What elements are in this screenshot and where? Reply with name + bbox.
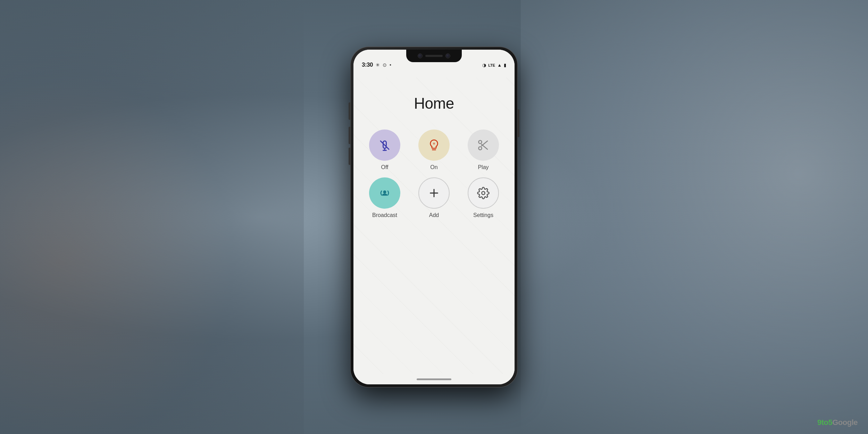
phone-wrapper: 3:30 ✳ ⊙ • ◑ LTE ▲ ▮ Home: [351, 47, 517, 387]
settings-button[interactable]: [468, 177, 499, 209]
phone-outer: 3:30 ✳ ⊙ • ◑ LTE ▲ ▮ Home: [351, 47, 517, 387]
add-button[interactable]: [418, 177, 450, 209]
on-label: On: [430, 164, 437, 170]
grid-item-add[interactable]: Add: [411, 177, 457, 218]
svg-point-8: [383, 191, 386, 194]
watermark-colored: 9to5: [817, 418, 832, 427]
broadcast-label: Broadcast: [372, 212, 397, 218]
page-title: Home: [414, 95, 454, 112]
home-indicator[interactable]: [417, 378, 451, 380]
asterisk-icon: ✳: [376, 62, 380, 68]
svg-point-4: [479, 141, 482, 144]
grid-item-off[interactable]: Off: [362, 130, 408, 170]
status-bar: 3:30 ✳ ⊙ • ◑ LTE ▲ ▮: [353, 50, 515, 77]
svg-point-11: [482, 192, 485, 195]
bg-blur-left: [0, 0, 304, 434]
grid-container: Off On: [362, 130, 506, 218]
lightbulb-icon: [428, 139, 440, 151]
speaker-grille: [425, 55, 443, 57]
lte-icon: LTE: [488, 63, 495, 67]
off-label: Off: [381, 164, 388, 170]
volume-icon: ◑: [482, 62, 486, 68]
notch: [406, 50, 462, 62]
broadcast-button[interactable]: [369, 177, 400, 209]
battery-icon: ▮: [504, 62, 506, 68]
scissors-icon: [477, 139, 490, 151]
broadcast-icon: [378, 187, 391, 199]
svg-line-7: [482, 144, 487, 149]
mic-off-icon: [378, 139, 391, 151]
status-time: 3:30: [362, 61, 373, 68]
on-button[interactable]: [418, 130, 450, 161]
camera-lens-left: [418, 53, 423, 58]
dot-icon: •: [390, 62, 391, 68]
app-content: Home Off: [353, 77, 515, 374]
plus-icon: [428, 187, 440, 199]
play-button[interactable]: [468, 130, 499, 161]
settings-label: Settings: [473, 212, 493, 218]
status-right: ◑ LTE ▲ ▮: [482, 62, 506, 68]
watermark-plain: Google: [832, 418, 858, 427]
grid-item-settings[interactable]: Settings: [460, 177, 506, 218]
camera-lens-right: [445, 53, 450, 58]
gear-icon: [477, 187, 490, 199]
bg-blur-right: [521, 0, 868, 434]
svg-point-5: [479, 147, 482, 150]
svg-point-3: [433, 143, 435, 145]
grid-item-on[interactable]: On: [411, 130, 457, 170]
grid-item-play[interactable]: Play: [460, 130, 506, 170]
phone-screen: 3:30 ✳ ⊙ • ◑ LTE ▲ ▮ Home: [353, 50, 515, 384]
play-label: Play: [478, 164, 489, 170]
add-label: Add: [429, 212, 439, 218]
off-button[interactable]: [369, 130, 400, 161]
signal-icon: ▲: [497, 62, 502, 68]
bottom-bar: [353, 374, 515, 384]
grid-item-broadcast[interactable]: Broadcast: [362, 177, 408, 218]
instagram-icon: ⊙: [383, 62, 387, 68]
status-left: 3:30 ✳ ⊙ •: [362, 61, 391, 68]
watermark: 9to5Google: [817, 418, 858, 427]
